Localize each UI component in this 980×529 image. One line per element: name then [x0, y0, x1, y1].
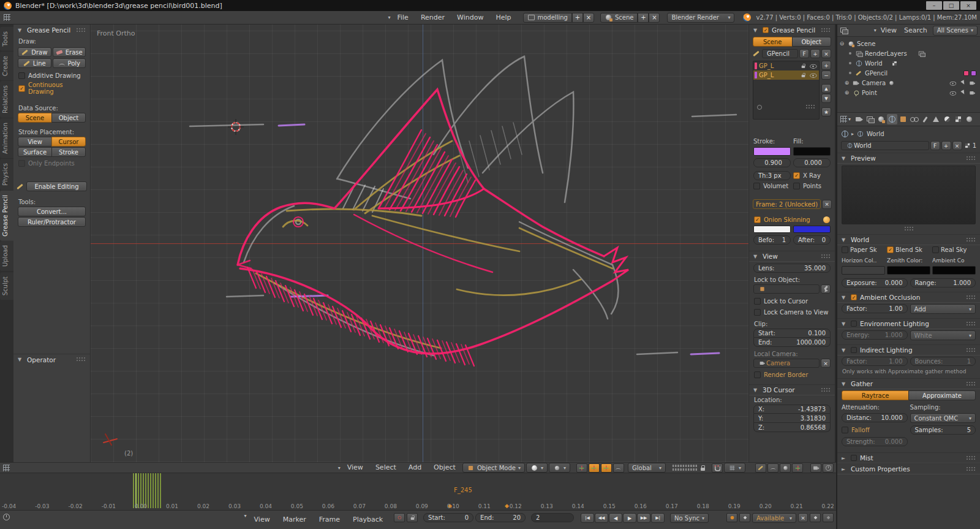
mode-dropdown[interactable]: Object Mode▾ — [462, 463, 525, 473]
panel-grip[interactable] — [966, 237, 976, 243]
snap-element-dropdown[interactable]: ▾ — [724, 463, 745, 473]
indirect-lighting-checkbox[interactable] — [851, 347, 857, 353]
current-frame-field[interactable]: 2 — [531, 513, 574, 522]
convert-button[interactable]: Convert... — [18, 207, 86, 216]
indirect-factor-field[interactable]: Factor:1.00 — [842, 357, 908, 366]
expander-icon[interactable]: ⊖ — [839, 40, 845, 47]
line-button[interactable]: Line — [18, 58, 51, 68]
properties-tab-object[interactable] — [898, 114, 908, 124]
zenith-color-swatch[interactable] — [887, 266, 930, 275]
outliner-scope-dropdown[interactable]: All Scenes▾ — [933, 26, 978, 36]
panel-grip[interactable] — [76, 28, 86, 33]
indirect-bounces-field[interactable]: Bounces:1 — [910, 357, 976, 366]
onion-after-field[interactable]: After:0 — [793, 235, 831, 245]
outliner-menu-view[interactable]: View — [878, 24, 900, 37]
toolshelf-tab-sculpt[interactable]: Sculpt — [0, 272, 13, 300]
panel-grip[interactable] — [821, 387, 831, 393]
gpencil-add-button[interactable]: + — [810, 49, 820, 58]
close-button[interactable]: × — [960, 1, 976, 10]
gpencil-unlink-button[interactable]: × — [821, 49, 831, 58]
lock-icon[interactable] — [699, 464, 707, 472]
placement-surface-button[interactable]: Surface — [18, 147, 52, 157]
filter-icon[interactable] — [757, 105, 762, 110]
layers-widget[interactable] — [672, 464, 698, 471]
viewport-shading-dropdown[interactable]: ▾ — [526, 463, 548, 473]
world-browse-icon[interactable] — [847, 143, 853, 148]
continuous-drawing-checkbox[interactable]: ✓ — [18, 85, 25, 92]
delete-keyframe-button[interactable] — [823, 513, 834, 522]
stroke-color-swatch[interactable] — [753, 147, 791, 156]
mist-checkbox[interactable] — [851, 455, 857, 461]
jump-to-end-button[interactable]: ▶| — [651, 513, 665, 523]
lock-camera-checkbox[interactable] — [754, 309, 761, 316]
properties-tab-data[interactable] — [931, 114, 941, 124]
data-source-object-button[interactable]: Object — [51, 113, 86, 123]
gp-layer-color-chip[interactable] — [971, 70, 976, 76]
gather-panel-header[interactable]: ▼Gather — [837, 378, 980, 389]
gp-layer-row[interactable]: GP_L — [753, 61, 819, 70]
lock-time-toggle[interactable] — [407, 513, 418, 522]
local-camera-field[interactable]: Camera — [753, 359, 820, 368]
menu-window[interactable]: Window — [451, 11, 489, 24]
layer-visibility-icon[interactable] — [810, 63, 816, 69]
panel-grip[interactable] — [966, 455, 976, 461]
lens-field[interactable]: Lens:35.000 — [753, 264, 831, 273]
preview-resize-grip[interactable] — [904, 226, 914, 232]
scene-selector[interactable]: Scene — [600, 13, 638, 23]
toolshelf-tab-animation[interactable]: Animation — [0, 118, 13, 158]
viewport-menu-object[interactable]: Object — [428, 463, 461, 473]
gp-scene-tab[interactable]: Scene — [753, 37, 793, 47]
onion-color-icon[interactable] — [823, 216, 830, 223]
xray-checkbox[interactable]: ✓ — [793, 172, 800, 179]
thickness-field[interactable]: Th:3 px — [753, 171, 791, 180]
clip-end-field[interactable]: End:1000.000 — [753, 338, 831, 347]
placement-view-button[interactable]: View — [18, 137, 52, 147]
pivot-point-dropdown[interactable]: ▾ — [549, 463, 570, 473]
properties-tab-render[interactable] — [854, 114, 864, 124]
frame-start-field[interactable]: Start:0 — [423, 513, 473, 522]
toolshelf-tab-upload[interactable]: Upload — [0, 241, 13, 271]
cursor-x-field[interactable]: X:-1.43873 — [753, 405, 831, 414]
env-lighting-panel-header[interactable]: ▼ Environment Lighting — [837, 318, 980, 329]
preview-panel-header[interactable]: ▼Preview — [837, 153, 980, 164]
editor-type-icon-properties[interactable] — [840, 115, 848, 123]
properties-tab-modifiers[interactable] — [920, 114, 930, 124]
fill-alpha-field[interactable]: 0.000 — [793, 158, 831, 167]
world-panel-header[interactable]: ▼World — [837, 234, 980, 245]
additive-drawing-checkbox[interactable] — [18, 72, 25, 79]
clip-start-field[interactable]: Start:0.100 — [753, 329, 831, 338]
expander-icon[interactable]: ⊕ — [843, 80, 850, 86]
selectability-toggle-icon[interactable] — [960, 89, 966, 96]
panel-grip[interactable] — [821, 254, 831, 259]
world-fake-user-button[interactable]: F — [930, 141, 940, 150]
local-camera-clear-button[interactable]: × — [821, 359, 831, 368]
jump-prev-keyframe-button[interactable]: ◀◀ — [595, 513, 608, 523]
viewport-menu-view[interactable]: View — [342, 463, 369, 473]
grease-pencil-panel-header[interactable]: ▼ Grease Pencil — [13, 25, 90, 36]
gp-frame-delete-button[interactable]: × — [822, 200, 832, 209]
panel-grip[interactable] — [966, 381, 976, 387]
layer-lock-icon[interactable] — [800, 63, 806, 69]
cursor-z-field[interactable]: Z:0.86568 — [753, 423, 831, 432]
points-checkbox[interactable] — [793, 183, 800, 189]
outliner-row-gpencil[interactable]: GPencil — [839, 68, 979, 78]
custom-properties-panel-header[interactable]: ► Custom Properties — [837, 463, 980, 474]
menu-help[interactable]: Help — [490, 11, 516, 24]
draw-button[interactable]: Draw — [18, 47, 51, 57]
render-border-checkbox[interactable] — [754, 371, 761, 378]
properties-tab-scene[interactable] — [876, 114, 886, 124]
paper-sky-checkbox[interactable] — [842, 246, 848, 253]
env-color-dropdown[interactable]: White▾ — [910, 330, 976, 340]
timeline-menu-view[interactable]: View — [249, 513, 276, 526]
panel-grip[interactable] — [76, 357, 86, 362]
onion-before-color-swatch[interactable] — [753, 226, 791, 233]
onion-before-field[interactable]: Befo:1 — [753, 235, 791, 245]
horizon-color-swatch[interactable] — [842, 266, 885, 275]
view-panel-header[interactable]: ▼View — [749, 251, 835, 262]
ao-factor-field[interactable]: Factor:1.00 — [842, 304, 908, 313]
viewport-menu-select[interactable]: Select — [370, 463, 402, 473]
attenuation-distance-field[interactable]: Distanc:10.000 — [842, 413, 908, 422]
properties-tab-material[interactable] — [942, 114, 952, 124]
cursor-y-field[interactable]: Y:3.31830 — [753, 414, 831, 423]
proportional-edit-toggle[interactable] — [780, 463, 791, 473]
